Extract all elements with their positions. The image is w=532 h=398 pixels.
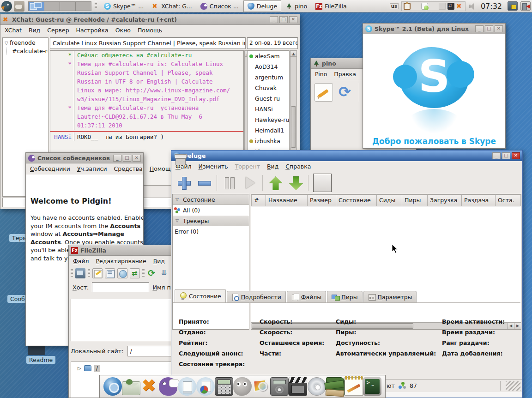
chromium-launcher-icon[interactable] [103, 377, 122, 396]
viewer-launcher-icon[interactable] [252, 377, 270, 396]
tree-expander-icon[interactable]: ▽ [5, 41, 10, 46]
chat-tray-icon[interactable] [421, 3, 428, 10]
books-launcher-icon[interactable] [326, 377, 345, 396]
refresh-button[interactable] [337, 83, 355, 102]
column-header[interactable]: Загрузка [428, 194, 462, 206]
user-list-item[interactable]: HANSi [248, 104, 289, 115]
toggle-message-log-button[interactable] [92, 268, 103, 278]
minimize-button[interactable]: _ [113, 155, 121, 162]
terminal-launcher-icon[interactable] [363, 377, 381, 396]
keyboard-layout-indicator[interactable]: us [390, 3, 399, 9]
calc-launcher-icon[interactable] [215, 377, 233, 396]
tree-root-label[interactable]: / [94, 365, 100, 372]
lock-screen-icon[interactable] [508, 1, 518, 11]
menu-item[interactable]: Справка [285, 163, 311, 170]
user-list-item[interactable]: Chuvak [248, 83, 289, 93]
column-header[interactable]: Раздача [462, 194, 496, 206]
column-header[interactable]: Название [266, 194, 308, 206]
menu-item[interactable]: Вид [267, 163, 278, 170]
workspace-cell[interactable] [75, 1, 91, 11]
readme-file-icon[interactable] [28, 345, 45, 355]
taskbar-button[interactable]: XChat: G... [148, 0, 196, 12]
desktop-icon-readme[interactable]: Readme [26, 356, 55, 364]
deluge-titlebar[interactable]: Deluge _ □ ✕ [171, 151, 522, 161]
menu-item[interactable]: Помощь [138, 27, 162, 34]
filter-group-header[interactable]: Состояние [173, 194, 249, 205]
taskbar-button[interactable]: Список ... [197, 0, 242, 12]
taskbar-button[interactable]: Skype™ ... [100, 0, 147, 12]
mail-launcher-icon[interactable] [122, 381, 140, 395]
column-header[interactable]: # [251, 194, 266, 206]
minimize-button[interactable]: _ [475, 25, 484, 32]
menu-item[interactable]: Изменить [199, 163, 228, 170]
tab-details[interactable]: Подробности [227, 291, 286, 302]
toggle-file-listing-button[interactable] [105, 268, 115, 278]
queue-down-button[interactable] [288, 175, 303, 191]
user-list-item[interactable]: izbushka [248, 136, 289, 146]
site-manager-button[interactable] [75, 268, 85, 278]
menu-item[interactable]: Сервер [47, 27, 69, 34]
close-button[interactable]: ✕ [512, 152, 520, 159]
taskbar-button[interactable]: Deluge [243, 0, 281, 12]
menu-item[interactable]: Вид [29, 27, 40, 34]
video-launcher-icon[interactable] [289, 377, 307, 396]
toggle-transfer-queue-button[interactable] [130, 268, 140, 278]
resume-button[interactable] [242, 175, 258, 191]
menu-item[interactable]: Окно [115, 27, 131, 34]
menu-item[interactable]: Редактирование [96, 258, 146, 265]
tab-peers[interactable]: Пиры [327, 291, 362, 302]
user-list-item[interactable]: argentum [248, 72, 289, 83]
menu-item[interactable]: Собеседники [30, 165, 70, 172]
skype-titlebar[interactable]: Skype™ 2.1 (Beta) для Linux _ □ ✕ [363, 24, 505, 34]
refresh-button[interactable] [147, 268, 157, 278]
queue-up-button[interactable] [267, 175, 283, 191]
disabled-tray-icon[interactable] [439, 3, 446, 10]
resize-grip[interactable] [506, 381, 520, 391]
clipboard-tray-icon[interactable] [404, 3, 411, 10]
pidgin-titlebar[interactable]: Список собеседников _ □ ✕ [26, 153, 143, 163]
tree-tray-icon[interactable] [430, 3, 437, 10]
toggle-remote-tree-button[interactable] [117, 268, 127, 278]
toolbar-grip[interactable] [71, 269, 73, 277]
applications-menu-icon[interactable] [1, 1, 12, 12]
maximize-button[interactable]: □ [279, 16, 288, 23]
menu-item[interactable]: Вид [153, 258, 165, 265]
workspace-cell[interactable] [44, 1, 60, 11]
menu-item[interactable]: Уч.записи [77, 165, 107, 172]
remove-button[interactable] [196, 175, 212, 191]
menu-item[interactable]: Настройка [76, 27, 109, 34]
xchat-tray-icon[interactable] [456, 3, 463, 10]
taskbar-button[interactable]: FileZilla [312, 0, 351, 12]
user-list-item[interactable]: alexSam [248, 51, 289, 61]
filter-item[interactable]: All (0) [173, 205, 249, 216]
column-header[interactable]: Сиды [377, 194, 402, 206]
user-list-item[interactable]: AoD314 [248, 61, 289, 72]
impress-launcher-icon[interactable] [196, 377, 215, 396]
taskbar-button[interactable]: pino [282, 0, 311, 12]
scroll-up-icon[interactable]: ▲ [290, 51, 296, 57]
close-button[interactable]: ✕ [495, 25, 503, 32]
tree-expander-icon[interactable]: ▷ [78, 366, 81, 371]
channel-tree-item[interactable]: #calculate-ru [6, 48, 48, 54]
column-header[interactable]: Пиры [402, 194, 428, 206]
drop-tray-icon[interactable] [412, 3, 419, 10]
pidgin-launcher-icon[interactable] [159, 377, 177, 396]
tab-options[interactable]: Параметры [363, 291, 417, 302]
desktop-icon-messages[interactable]: Сооб [7, 295, 28, 303]
close-button[interactable]: ✕ [133, 155, 141, 162]
menu-item[interactable]: Pino [315, 71, 327, 78]
close-button[interactable]: ✕ [289, 16, 297, 23]
maximize-button[interactable]: □ [502, 152, 510, 159]
workspace-cell[interactable] [60, 1, 76, 11]
filter-group-header[interactable]: Трекеры [173, 216, 249, 226]
pause-button[interactable] [222, 175, 237, 191]
log-out-icon[interactable] [520, 1, 531, 11]
scrollbar-thumb[interactable] [291, 106, 296, 148]
maximize-button[interactable]: □ [485, 25, 493, 32]
writer-launcher-icon[interactable] [178, 377, 196, 396]
gimp-launcher-icon[interactable] [233, 377, 252, 396]
process-queue-button[interactable] [159, 268, 169, 278]
workspace-pager[interactable] [29, 1, 91, 11]
editor-launcher-icon[interactable] [345, 377, 363, 396]
tab-files[interactable]: Файлы [287, 291, 326, 302]
